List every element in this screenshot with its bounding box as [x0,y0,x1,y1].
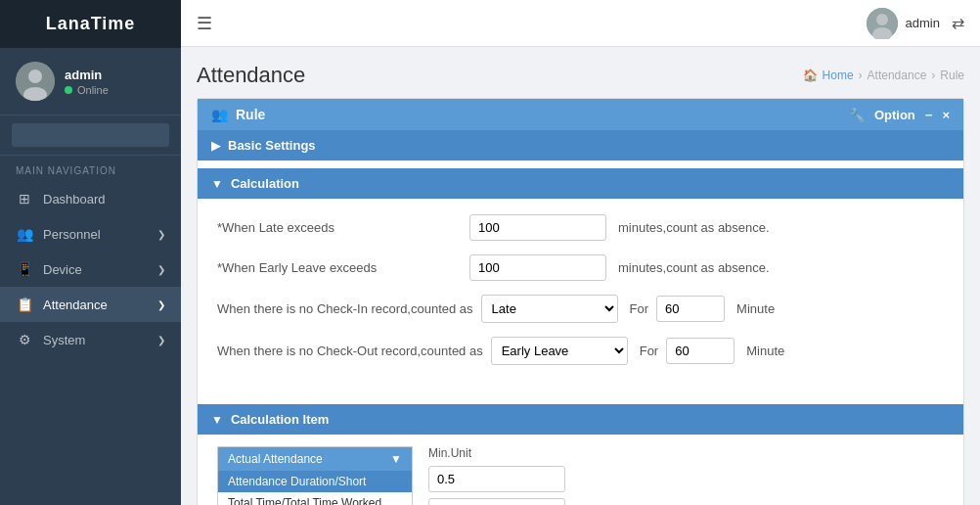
no-checkout-for: For [640,344,659,358]
sidebar-item-label: Attendance [43,298,108,312]
calculation-item-label: Calculation Item [231,412,329,427]
sidebar-item-personnel[interactable]: 👥 Personnel ❯ [0,216,181,252]
breadcrumb: 🏠 Home › Attendance › Rule [803,69,964,82]
sidebar-header: LanaTime [0,0,181,48]
personnel-icon: 👥 [16,226,33,242]
chevron-right-icon: ❯ [157,264,165,275]
min-unit-label: Min.Unit [428,446,565,460]
no-checkin-label: When there is no Check-In record,counted… [217,301,473,316]
dashboard-icon: ⊞ [16,191,33,207]
basic-settings-header[interactable]: ▶ Basic Settings [198,130,963,161]
no-checkin-minute-input[interactable] [656,296,725,322]
page-header: Attendance 🏠 Home › Attendance › Rule [197,63,964,88]
list-header-label: Actual Attendance [228,452,323,466]
attendance-icon: 📋 [16,297,33,312]
card-header-left: 👥 Rule [211,107,265,122]
topbar-right: admin ⇄ [867,8,964,39]
sidebar-item-label: System [43,333,85,347]
page-title: Attendance [197,63,305,88]
svg-point-4 [876,14,888,25]
topbar-avatar [867,8,898,39]
sidebar-search[interactable] [0,115,181,156]
minimize-button[interactable]: − [925,108,933,122]
min-unit-input[interactable] [428,466,565,492]
list-item[interactable]: Attendance Duration/Short [218,471,412,492]
basic-settings-label: Basic Settings [228,138,316,153]
sidebar: LanaTime admin Online MAIN NAVIGATION ⊞ … [0,0,181,505]
list-header: Actual Attendance ▼ [218,447,412,471]
option-icon: 🔧 [849,108,865,122]
chevron-down-icon: ▼ [211,177,223,191]
calculation-item-section: ▼ Calculation Item Actual Attendance ▼ A… [198,404,963,505]
no-checkin-minute-label: Minute [736,301,775,316]
profile-info: admin Online [65,68,109,96]
no-checkout-minute-input[interactable] [666,338,735,364]
no-checkin-row: When there is no Check-In record,counted… [217,295,944,323]
chevron-right-icon: ❯ [157,299,165,310]
content-area: Attendance 🏠 Home › Attendance › Rule 👥 … [181,47,980,505]
main-content: ☰ admin ⇄ Attendance 🏠 Home [181,0,980,505]
no-checkout-row: When there is no Check-Out record,counte… [217,337,944,365]
when-late-input[interactable] [469,214,606,241]
topbar-left: ☰ [197,13,222,34]
topbar: ☰ admin ⇄ [181,0,980,47]
app-title: LanaTime [46,14,136,34]
avatar [16,62,55,101]
device-icon: 📱 [16,261,33,277]
option-label[interactable]: Option [874,108,915,122]
calculation-label: Calculation [231,176,299,191]
sidebar-item-dashboard[interactable]: ⊞ Dashboard [0,181,181,216]
topbar-admin-label: admin [906,16,940,30]
sidebar-item-attendance[interactable]: 📋 Attendance ❯ [0,287,181,322]
no-checkout-label: When there is no Check-Out record,counte… [217,344,483,358]
share-icon[interactable]: ⇄ [952,14,964,32]
breadcrumb-section: Attendance [868,69,927,82]
no-checkin-select[interactable]: Late Early Leave Absent [481,295,618,323]
calculation-item-header[interactable]: ▼ Calculation Item [198,404,963,435]
chevron-right-icon: ❯ [157,229,165,240]
calculation-form: *When Late exceeds minutes,count as abse… [198,199,963,394]
sidebar-item-label: Dashboard [43,192,106,207]
when-early-row: *When Early Leave exceeds minutes,count … [217,254,944,281]
breadcrumb-sep2: › [931,69,935,82]
card-header-right: 🔧 Option − × [849,108,950,122]
when-late-row: *When Late exceeds minutes,count as abse… [217,214,944,241]
nav-section-label: MAIN NAVIGATION [0,156,181,181]
rule-icon: 👥 [211,107,228,122]
status-dot [65,86,72,94]
hamburger-icon[interactable]: ☰ [197,13,212,34]
no-checkout-select[interactable]: Early Leave Late Absent [491,337,628,365]
breadcrumb-home[interactable]: Home [823,69,854,82]
card-header: 👥 Rule 🔧 Option − × [198,99,963,130]
when-early-label: *When Early Leave exceeds [217,260,462,275]
list-items-box: Attendance Duration/Short Total Time/Tot… [218,471,412,505]
chevron-right-icon: ❯ [157,335,165,345]
chevron-right-icon: ▶ [211,139,220,153]
attendance-list: Actual Attendance ▼ Attendance Duration/… [217,446,413,505]
sidebar-item-system[interactable]: ⚙ System ❯ [0,322,181,357]
card-header-title: Rule [236,107,265,122]
list-item-label: Total Time/Total Time Worked [228,496,381,505]
sidebar-profile: admin Online [0,48,181,115]
when-early-input[interactable] [469,254,606,281]
close-button[interactable]: × [942,108,950,122]
topbar-admin: admin [867,8,940,39]
list-expand-icon[interactable]: ▼ [390,452,402,466]
sidebar-item-device[interactable]: 📱 Device ❯ [0,252,181,287]
profile-status: Online [65,84,109,96]
no-checkin-for: For [630,301,649,316]
calculation-header[interactable]: ▼ Calculation [198,168,963,199]
no-checkout-minute-label: Minute [746,344,784,358]
status-label: Online [77,84,109,96]
calc-item-body: Actual Attendance ▼ Attendance Duration/… [198,435,963,505]
when-late-label: *When Late exceeds [217,220,462,235]
breadcrumb-current: Rule [940,69,964,82]
home-icon: 🏠 [803,69,818,82]
list-item-label: Attendance Duration/Short [228,475,366,488]
rule-card: 👥 Rule 🔧 Option − × ▶ Basic Settings ▼ [197,98,964,505]
system-icon: ⚙ [16,332,33,347]
list-item[interactable]: Total Time/Total Time Worked [218,492,412,505]
sidebar-search-input[interactable] [12,123,169,147]
workday-select[interactable]: WorkDay Hour Minute [428,498,565,505]
min-unit-section: Min.Unit WorkDay Hour Minute [428,446,565,505]
